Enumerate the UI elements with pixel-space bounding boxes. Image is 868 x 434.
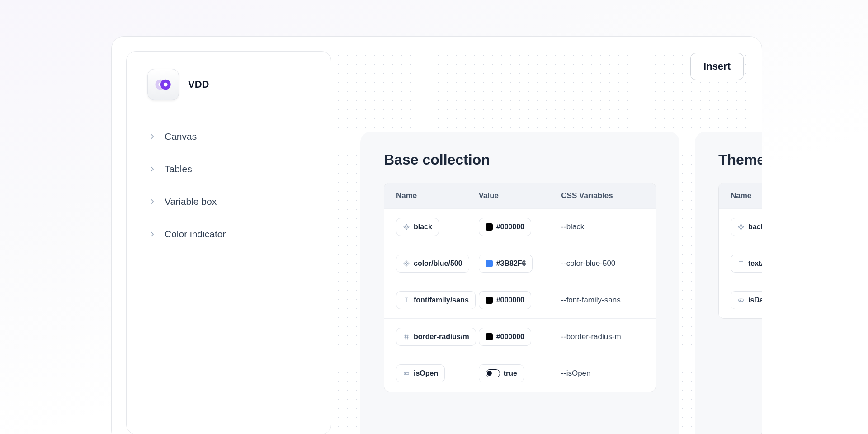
sidebar-item-label: Variable box: [165, 196, 217, 207]
chevron-right-icon: [148, 132, 156, 141]
css-variable-name: --border-radius-m: [561, 332, 644, 341]
variable-value-chip[interactable]: #000000: [479, 291, 531, 309]
variable-name-chip[interactable]: backg: [731, 218, 762, 236]
sidebar-item-variable-box[interactable]: Variable box: [140, 186, 317, 217]
sidebar-item-label: Canvas: [165, 131, 197, 142]
variable-value: true: [504, 369, 517, 377]
variable-name-chip[interactable]: isDark: [731, 291, 762, 309]
table-row[interactable]: backg: [719, 208, 762, 245]
panel-base-collection: Base collection Name Value CSS Variables…: [360, 132, 679, 434]
variable-name: black: [414, 223, 432, 231]
sidebar-item-tables[interactable]: Tables: [140, 154, 317, 184]
variable-value: #3B82F6: [496, 259, 526, 268]
boolean-icon: [403, 370, 410, 377]
variable-value-chip[interactable]: #000000: [479, 218, 531, 236]
component-icon: [403, 223, 410, 231]
color-swatch: [486, 260, 493, 267]
svg-rect-6: [739, 299, 744, 301]
variable-name-chip[interactable]: font/family/sans: [396, 291, 476, 309]
insert-button[interactable]: Insert: [690, 53, 744, 80]
boolean-icon: [737, 297, 745, 304]
variable-name-chip[interactable]: text/p: [731, 255, 762, 273]
variable-value: #000000: [496, 296, 524, 304]
sidebar-item-color-indicator[interactable]: Color indicator: [140, 219, 317, 250]
table-row[interactable]: text/p: [719, 245, 762, 282]
panel-title: Base collection: [384, 151, 656, 168]
css-variable-name: --isOpen: [561, 369, 644, 378]
variable-value-chip[interactable]: #3B82F6: [479, 255, 533, 273]
text-icon: [403, 297, 410, 304]
hash-icon: [403, 333, 410, 340]
svg-point-5: [405, 373, 406, 374]
chevron-right-icon: [148, 165, 156, 173]
variables-table: Name Value CSS Variables black#000000--b…: [384, 183, 656, 392]
sidebar-item-canvas[interactable]: Canvas: [140, 121, 317, 152]
sidebar-nav: Canvas Tables Variable box Color indicat…: [140, 121, 317, 250]
color-swatch: [486, 223, 493, 231]
variable-name: font/family/sans: [414, 296, 469, 304]
table-row[interactable]: color/blue/500#3B82F6--color-blue-500: [384, 245, 656, 282]
svg-rect-4: [404, 372, 409, 374]
variable-name: isOpen: [414, 369, 438, 377]
table-row[interactable]: border-radius/m#000000--border-radius-m: [384, 318, 656, 355]
col-header-name: Name: [731, 191, 762, 200]
variable-name-chip[interactable]: isOpen: [396, 364, 445, 382]
svg-point-7: [740, 300, 741, 301]
chevron-right-icon: [148, 198, 156, 206]
css-variable-name: --color-blue-500: [561, 259, 644, 268]
variable-value-chip[interactable]: #000000: [479, 328, 531, 346]
chevron-right-icon: [148, 230, 156, 238]
col-header-cssvar: CSS Variables: [561, 191, 644, 200]
app-header: VDD: [140, 69, 317, 100]
table-header-row: Name Value CSS Variables: [384, 183, 656, 208]
variable-value: #000000: [496, 223, 524, 231]
variable-name-chip[interactable]: black: [396, 218, 439, 236]
svg-point-3: [164, 83, 168, 87]
css-variable-name: --black: [561, 222, 644, 231]
sidebar-item-label: Tables: [165, 164, 192, 175]
variable-name: color/blue/500: [414, 259, 462, 268]
variable-name: text/p: [748, 259, 762, 268]
panel-theme: Theme Name backgtext/pisDark: [695, 132, 762, 434]
table-row[interactable]: font/family/sans#000000--font-family-san…: [384, 282, 656, 318]
color-swatch: [486, 333, 493, 340]
app-name: VDD: [188, 79, 209, 90]
variable-value: #000000: [496, 333, 524, 341]
variable-name-chip[interactable]: border-radius/m: [396, 328, 476, 346]
variable-name: border-radius/m: [414, 333, 469, 341]
panel-title: Theme: [718, 151, 762, 168]
text-icon: [737, 260, 745, 267]
color-swatch: [486, 297, 493, 304]
sidebar: VDD Canvas Tables Variable box Color ind…: [126, 51, 331, 434]
table-row[interactable]: isOpentrue--isOpen: [384, 355, 656, 392]
component-icon: [737, 223, 745, 231]
variable-name: backg: [748, 223, 762, 231]
variable-value-chip[interactable]: true: [479, 364, 524, 382]
variable-name-chip[interactable]: color/blue/500: [396, 255, 469, 273]
toggle-icon: [486, 369, 500, 377]
app-icon: [147, 69, 179, 100]
app-window: Insert VDD Canvas Tables: [111, 36, 762, 434]
component-icon: [403, 260, 410, 267]
table-header-row: Name: [719, 183, 762, 208]
col-header-name: Name: [396, 191, 479, 200]
variables-table-theme: Name backgtext/pisDark: [718, 183, 762, 319]
table-row[interactable]: isDark: [719, 282, 762, 318]
sidebar-item-label: Color indicator: [165, 229, 226, 240]
table-row[interactable]: black#000000--black: [384, 208, 656, 245]
css-variable-name: --font-family-sans: [561, 296, 644, 305]
variable-name: isDark: [748, 296, 762, 304]
col-header-value: Value: [479, 191, 561, 200]
